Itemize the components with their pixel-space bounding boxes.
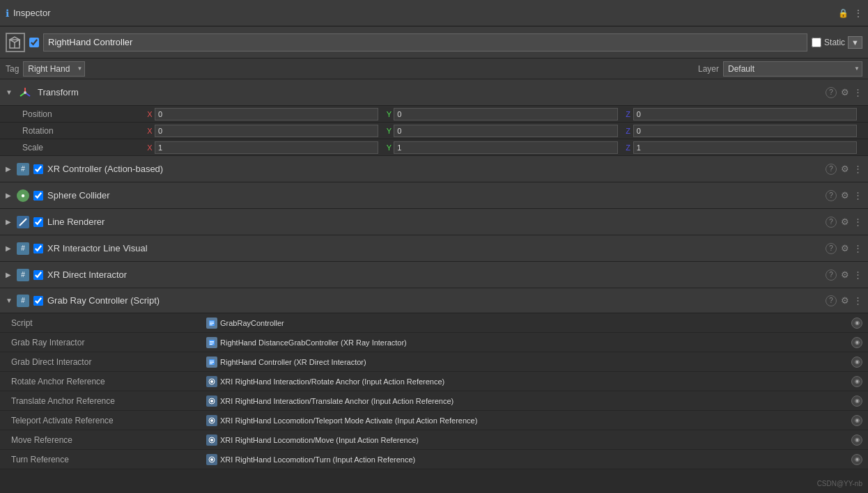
line-renderer-checkbox[interactable] bbox=[33, 217, 43, 227]
field-circle-btn-3[interactable]: ◉ bbox=[851, 376, 862, 387]
script-icon-2 bbox=[206, 357, 217, 368]
transform-help-icon[interactable]: ? bbox=[826, 87, 837, 98]
input-icon-6 bbox=[206, 435, 217, 446]
field-circle-btn-4[interactable]: ◉ bbox=[851, 396, 862, 407]
svg-rect-19 bbox=[210, 362, 214, 363]
scale-x-label: X bbox=[145, 143, 155, 152]
position-x-input[interactable] bbox=[155, 108, 378, 120]
xr-controller-help[interactable]: ? bbox=[826, 164, 837, 175]
xr-direct-settings[interactable]: ⚙ bbox=[841, 269, 849, 281]
xr-line-visual-settings[interactable]: ⚙ bbox=[841, 243, 849, 254]
transform-collapse-chevron[interactable]: ▼ bbox=[6, 88, 13, 96]
tag-select[interactable]: Right Hand bbox=[23, 61, 85, 77]
svg-rect-18 bbox=[210, 361, 214, 361]
xr-line-visual-checkbox[interactable] bbox=[33, 244, 43, 253]
xr-line-visual-icon: # bbox=[17, 242, 29, 255]
scale-x-input[interactable] bbox=[155, 141, 378, 154]
input-icon-4 bbox=[206, 396, 217, 407]
svg-point-22 bbox=[210, 380, 213, 383]
rotation-x-label: X bbox=[145, 127, 155, 135]
svg-rect-20 bbox=[210, 363, 212, 364]
field-value-2: RightHand Controller (XR Direct Interact… bbox=[206, 357, 862, 368]
position-row: Position X Y Z bbox=[0, 106, 868, 123]
scale-z-input[interactable] bbox=[633, 141, 857, 154]
rotation-z-input[interactable] bbox=[633, 125, 857, 137]
field-value-4: XRI RightHand Interaction/Translate Anch… bbox=[206, 396, 862, 407]
component-line-renderer[interactable]: ▶ Line Renderer ? ⚙ ⋮ bbox=[0, 209, 868, 235]
position-y-label: Y bbox=[384, 110, 394, 118]
scale-y-input[interactable] bbox=[394, 141, 617, 154]
position-z-input[interactable] bbox=[633, 108, 857, 120]
xr-controller-menu[interactable]: ⋮ bbox=[853, 164, 862, 175]
component-xr-controller[interactable]: ▶ # XR Controller (Action-based) ? ⚙ ⋮ bbox=[0, 156, 868, 182]
layer-select-wrapper: Default ▼ bbox=[723, 61, 862, 77]
sphere-collider-checkbox[interactable] bbox=[33, 191, 43, 201]
position-y-input[interactable] bbox=[394, 108, 617, 120]
menu-icon[interactable]: ⋮ bbox=[854, 8, 862, 18]
grab-ray-checkbox[interactable] bbox=[33, 296, 43, 306]
sphere-collider-menu[interactable]: ⋮ bbox=[853, 190, 862, 201]
xr-controller-checkbox[interactable] bbox=[33, 164, 43, 174]
grab-ray-name: Grab Ray Controller (Script) bbox=[47, 295, 821, 306]
field-circle-btn-1[interactable]: ◉ bbox=[851, 337, 862, 348]
line-renderer-icon bbox=[17, 216, 29, 228]
scale-row: Scale X Y Z bbox=[0, 139, 868, 156]
line-renderer-menu[interactable]: ⋮ bbox=[853, 217, 862, 228]
rotation-x-input[interactable] bbox=[155, 125, 378, 137]
rotation-label: Rotation bbox=[6, 126, 145, 136]
xr-direct-checkbox[interactable] bbox=[33, 270, 43, 280]
layer-select[interactable]: Default bbox=[723, 61, 862, 77]
line-renderer-icons: ? ⚙ ⋮ bbox=[826, 217, 862, 228]
xr-line-visual-menu[interactable]: ⋮ bbox=[853, 243, 862, 254]
xr-direct-menu[interactable]: ⋮ bbox=[853, 269, 862, 281]
svg-point-7 bbox=[24, 91, 26, 94]
xr-controller-settings[interactable]: ⚙ bbox=[841, 164, 849, 175]
inspector-header: ℹ Inspector 🔒 ⋮ bbox=[0, 0, 868, 26]
gameobject-name-field[interactable] bbox=[43, 33, 807, 52]
field-row-5: Teleport Activate ReferenceXRI RightHand… bbox=[0, 411, 868, 430]
lock-icon[interactable]: 🔒 bbox=[838, 8, 848, 18]
field-circle-btn-6[interactable]: ◉ bbox=[851, 435, 862, 446]
inspector-icon: ℹ bbox=[6, 8, 9, 19]
static-checkbox[interactable] bbox=[812, 38, 821, 47]
field-row-6: Move ReferenceXRI RightHand Locomotion/M… bbox=[0, 430, 868, 450]
tag-layer-row: Tag Right Hand ▼ Layer Default ▼ bbox=[0, 58, 868, 79]
grab-ray-help[interactable]: ? bbox=[826, 295, 837, 306]
field-value-7: XRI RightHand Locomotion/Turn (Input Act… bbox=[206, 454, 862, 465]
field-value-text-4: XRI RightHand Interaction/Translate Anch… bbox=[220, 397, 454, 405]
svg-point-26 bbox=[210, 419, 213, 422]
xr-line-visual-help[interactable]: ? bbox=[826, 243, 837, 254]
transform-settings-icon[interactable]: ⚙ bbox=[841, 87, 849, 98]
svg-line-8 bbox=[20, 219, 26, 226]
field-circle-btn-2[interactable]: ◉ bbox=[851, 357, 862, 368]
field-circle-btn-5[interactable]: ◉ bbox=[851, 415, 862, 426]
static-dropdown-btn[interactable]: ▼ bbox=[848, 36, 862, 49]
input-icon-3 bbox=[206, 376, 217, 387]
field-label-7: Turn Reference bbox=[11, 455, 206, 464]
component-grab-ray-controller[interactable]: ▼ # Grab Ray Controller (Script) ? ⚙ ⋮ bbox=[0, 288, 868, 313]
xr-direct-help[interactable]: ? bbox=[826, 269, 837, 281]
watermark: CSDN@YY-nb bbox=[817, 480, 862, 487]
field-value-text-7: XRI RightHand Locomotion/Turn (Input Act… bbox=[220, 455, 415, 464]
grab-ray-chevron: ▼ bbox=[6, 297, 13, 304]
field-label-6: Move Reference bbox=[11, 435, 206, 445]
field-label-1: Grab Ray Interactor bbox=[11, 338, 206, 347]
transform-header[interactable]: ▼ Transform ? ⚙ ⋮ bbox=[0, 79, 868, 106]
sphere-collider-help[interactable]: ? bbox=[826, 190, 837, 201]
component-xr-direct-interactor[interactable]: ▶ # XR Direct Interactor ? ⚙ ⋮ bbox=[0, 262, 868, 288]
line-renderer-help[interactable]: ? bbox=[826, 217, 837, 228]
component-sphere-collider[interactable]: ▶ ● Sphere Collider ? ⚙ ⋮ bbox=[0, 182, 868, 209]
field-circle-btn-0[interactable]: ◉ bbox=[851, 318, 862, 329]
transform-menu-icon[interactable]: ⋮ bbox=[853, 87, 862, 98]
sphere-collider-settings[interactable]: ⚙ bbox=[841, 190, 849, 201]
gameobject-cube-icon bbox=[6, 33, 25, 52]
gameobject-enabled-checkbox[interactable] bbox=[29, 38, 39, 47]
component-xr-interactor-line-visual[interactable]: ▶ # XR Interactor Line Visual ? ⚙ ⋮ bbox=[0, 235, 868, 262]
rotation-y-input[interactable] bbox=[394, 125, 617, 137]
grab-ray-menu[interactable]: ⋮ bbox=[853, 295, 862, 306]
svg-point-24 bbox=[210, 400, 213, 402]
grab-ray-settings[interactable]: ⚙ bbox=[841, 295, 849, 306]
field-circle-btn-7[interactable]: ◉ bbox=[851, 454, 862, 465]
tag-label: Tag bbox=[6, 64, 19, 74]
line-renderer-settings[interactable]: ⚙ bbox=[841, 217, 849, 228]
